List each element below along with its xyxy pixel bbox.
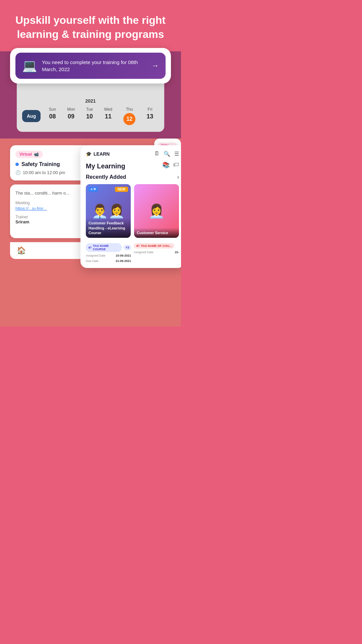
cal-day-mon[interactable]: Mon 09 (67, 107, 75, 125)
cal-day-wed[interactable]: Wed 11 (104, 107, 112, 125)
virtual-badge: Virtual 📹 (15, 151, 43, 158)
date-row-2: Assigned Date 15- (134, 251, 179, 254)
cal-day-tue[interactable]: Tue 10 (86, 107, 93, 125)
recently-added-chevron-icon[interactable]: › (177, 174, 179, 180)
cal-day-num-sun: 08 (49, 113, 56, 120)
training-card: Virtual 📹 Safety Training 🕙 10:00 am to … (10, 145, 90, 180)
assigned-date-2: 15- (175, 251, 179, 254)
ml-logo-text: LEARN (94, 151, 110, 157)
plus-badge-1: +3 (124, 245, 131, 250)
due-date-row-1: Due Date 21-06-2021 (86, 259, 131, 263)
course-overlay-1: Customer Feedback Handling - eLearning C… (86, 218, 131, 238)
calendar-days: Sun 08 Mon 09 Tue 10 Wed 11 Thu 12 (43, 107, 159, 125)
my-learning-card: 🎓 LEARN 🗓 🔍 ☰ My Learning 📚 🏷 Recently A… (80, 145, 181, 268)
notif-computer-icon: 💻 (22, 59, 37, 73)
cal-day-thu[interactable]: Thu 12 (123, 107, 135, 125)
due-label-1: Due Date (86, 259, 99, 263)
cal-day-name-tue: Tue (86, 107, 93, 112)
trainer-name: Sriram (15, 219, 85, 224)
ml-title-row: My Learning 📚 🏷 (86, 158, 179, 171)
ml-title-icons: 📚 🏷 (162, 161, 179, 169)
middle-section: 🎓 LEARN 🗓 🔍 ☰ 💻 You need to complete you… (0, 51, 181, 139)
tag-icon[interactable]: 🏷 (173, 161, 179, 169)
course-tags-row: 🏷 TAG NAME COURSE +3 Assigned Date 15-06… (86, 240, 179, 263)
course-title-1: Customer Feedback Handling - eLearning C… (88, 221, 128, 235)
course-card-bg-2: 👩‍💼 Customer Service (134, 184, 179, 238)
recently-added-label: Recently Added (86, 174, 126, 180)
tag-row-1: 🏷 TAG NAME COURSE +3 (86, 243, 131, 252)
tag-icon-2: 🏷 (136, 244, 139, 248)
tag-label-2: TAG NAME OF COU... (141, 244, 172, 248)
cal-day-num-fri: 13 (146, 113, 153, 120)
notification-banner[interactable]: 💻 You need to complete your training for… (15, 53, 166, 79)
tag-icon-1: 🏷 (88, 246, 92, 249)
lower-section: Virtual 📹 Safety Training 🕙 10:00 am to … (0, 139, 181, 326)
cal-day-name-mon: Mon (67, 107, 75, 112)
hero-section: Upskill yourself with the right learning… (0, 0, 181, 51)
ml-logo: 🎓 LEARN (86, 151, 110, 157)
cal-day-name-fri: Fri (147, 107, 152, 112)
cal-day-sun[interactable]: Sun 08 (49, 107, 56, 125)
cal-day-num-mon: 09 (68, 113, 74, 120)
cal-day-num-thu: 12 (123, 113, 135, 125)
trainer-label: Trainer (15, 215, 85, 219)
tag-badge-2: 🏷 TAG NAME OF COU... (134, 243, 174, 249)
ml-menu-icon[interactable]: ☰ (174, 151, 179, 157)
notification-banner-wrap: 💻 You need to complete your training for… (10, 48, 171, 84)
cal-day-name-sun: Sun (49, 107, 56, 112)
course-card-2[interactable]: 👩‍💼 Customer Service (134, 184, 179, 238)
calendar-month[interactable]: Aug (22, 110, 41, 122)
ml-search-icon[interactable]: 🔍 (164, 151, 170, 157)
course-card-1[interactable]: 👨‍💼👩‍💼 A क NEW Customer Feedback Handlin… (86, 184, 131, 238)
cal-day-name-wed: Wed (104, 107, 112, 112)
detail-description: The sta... conditi... harm o... (15, 190, 85, 197)
tag-badge-1: 🏷 TAG NAME COURSE (86, 243, 122, 252)
app-mockup-outer: 🎓 LEARN 🗓 🔍 ☰ 💻 You need to complete you… (17, 58, 164, 132)
tag-label-1: TAG NAME COURSE (93, 244, 119, 251)
home-icon[interactable]: 🏠 (17, 246, 26, 255)
detail-card: The sta... conditi... harm o... Meeting … (10, 184, 90, 238)
assigned-label-1: Assigned Date (86, 254, 106, 257)
cal-day-fri[interactable]: Fri 13 (146, 107, 153, 125)
training-time-text: 10:00 am to 12:00 pm (23, 170, 65, 175)
calendar-strip: Aug Sun 08 Mon 09 Tue 10 Wed 11 (22, 107, 159, 125)
meeting-label: Meeting (15, 201, 85, 205)
tag-row-2: 🏷 TAG NAME OF COU... (134, 243, 179, 249)
meeting-link[interactable]: https://...ju-fmr... (15, 206, 47, 211)
notif-text: You need to complete your training for 0… (42, 59, 147, 73)
ml-logo-emoji: 🎓 (86, 151, 92, 157)
notification-banner-outer: 💻 You need to complete your training for… (10, 48, 171, 84)
ml-calendar-icon[interactable]: 🗓 (154, 151, 160, 157)
notif-arrow-icon: → (152, 61, 159, 70)
date-row-1: Assigned Date 15-06-2021 (86, 254, 131, 257)
assigned-label-2: Assigned Date (134, 251, 154, 254)
active-dot-icon (15, 163, 19, 166)
library-icon[interactable]: 📚 (162, 161, 170, 169)
lang-badge-1: A क (88, 187, 98, 192)
cal-day-name-thu: Thu (126, 107, 133, 112)
training-title-text: Safety Training (21, 161, 60, 167)
training-card-wrapper: Virtual 📹 Safety Training 🕙 10:00 am to … (10, 145, 90, 259)
clock-icon: 🕙 (15, 170, 21, 175)
cal-day-num-wed: 11 (105, 113, 112, 120)
recently-added-row: Recently Added › (86, 174, 179, 180)
ml-app-header: 🎓 LEARN 🗓 🔍 ☰ (86, 151, 179, 157)
cal-day-num-tue: 10 (86, 113, 93, 120)
course-2-tags: 🏷 TAG NAME OF COU... Assigned Date 15- (134, 240, 179, 263)
ml-header-icons: 🗓 🔍 ☰ (154, 151, 179, 157)
video-icon: 📹 (34, 152, 39, 157)
virtual-label: Virtual (19, 152, 32, 157)
meeting-section: Meeting https://...ju-fmr... (15, 201, 85, 211)
course-1-tags: 🏷 TAG NAME COURSE +3 Assigned Date 15-06… (86, 240, 131, 263)
training-title: Safety Training (15, 161, 85, 167)
bottom-nav: 🏠 (10, 242, 90, 259)
assigned-date-1: 15-06-2021 (116, 254, 131, 257)
ml-title: My Learning (86, 162, 125, 170)
new-badge-1: NEW (115, 187, 128, 192)
due-date-1: 21-06-2021 (116, 259, 131, 263)
year-label: 2021 (22, 98, 159, 104)
course-title-2: Customer Service (137, 230, 176, 235)
course-overlay-2: Customer Service (134, 228, 179, 238)
course-cards-row: 👨‍💼👩‍💼 A क NEW Customer Feedback Handlin… (86, 184, 179, 238)
training-time: 🕙 10:00 am to 12:00 pm (15, 170, 85, 175)
